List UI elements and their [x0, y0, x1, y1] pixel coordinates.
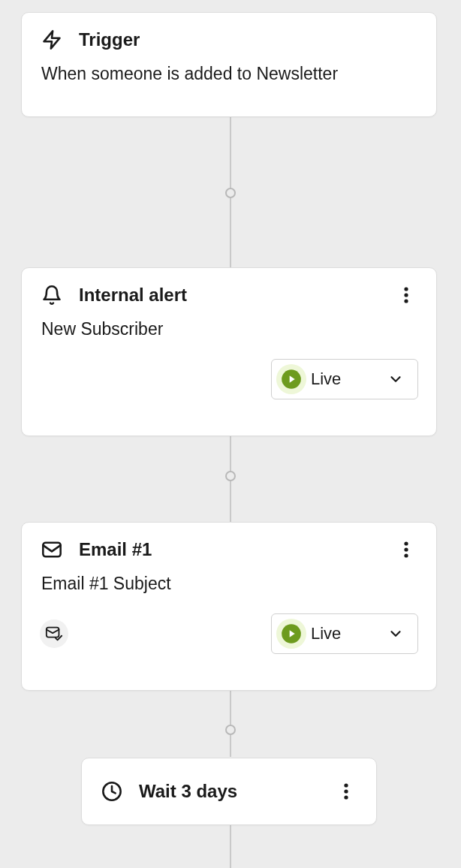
mail-check-icon — [40, 619, 68, 648]
email-1-title: Email #1 — [79, 539, 396, 560]
svg-point-2 — [404, 293, 408, 297]
connector-node — [225, 471, 236, 481]
mail-icon — [41, 541, 65, 559]
bolt-icon — [41, 29, 65, 50]
svg-point-14 — [344, 783, 348, 787]
email-1-status-dropdown[interactable]: Live — [271, 613, 418, 654]
svg-point-15 — [344, 789, 348, 793]
connector-node — [225, 725, 236, 735]
svg-point-1 — [404, 287, 408, 291]
bell-icon — [41, 285, 65, 306]
trigger-card[interactable]: Trigger When someone is added to Newslet… — [21, 12, 437, 117]
trigger-description: When someone is added to Newsletter — [22, 50, 436, 104]
email-1-description: Email #1 Subject — [22, 560, 436, 613]
wait-label: Wait 3 days — [139, 781, 319, 802]
svg-rect-6 — [43, 543, 60, 557]
connector-node — [225, 188, 236, 198]
connector-line — [230, 824, 231, 868]
email-1-card-menu-button[interactable] — [396, 539, 417, 560]
svg-point-8 — [404, 547, 408, 551]
play-icon — [281, 369, 302, 390]
connector-line — [230, 690, 231, 757]
internal-alert-title: Internal alert — [79, 285, 396, 306]
wait-card-menu-button[interactable] — [336, 781, 357, 802]
svg-marker-0 — [44, 31, 60, 48]
alert-status-label: Live — [311, 369, 378, 389]
svg-point-7 — [404, 541, 408, 545]
wait-card[interactable]: Wait 3 days — [81, 758, 377, 825]
trigger-title: Trigger — [79, 29, 417, 50]
alert-status-dropdown[interactable]: Live — [271, 359, 418, 399]
play-icon — [281, 623, 302, 644]
chevron-down-icon — [387, 625, 404, 642]
clock-icon — [101, 781, 122, 802]
svg-point-3 — [404, 299, 408, 303]
email-1-status-label: Live — [311, 624, 378, 643]
chevron-down-icon — [387, 371, 404, 387]
email-1-card[interactable]: Email #1 Email #1 Subject — [21, 522, 437, 691]
internal-alert-card[interactable]: Internal alert New Subscriber Liv — [21, 267, 437, 436]
svg-point-9 — [404, 553, 408, 557]
alert-card-menu-button[interactable] — [396, 285, 417, 306]
internal-alert-description: New Subscriber — [22, 306, 436, 359]
svg-point-16 — [344, 795, 348, 799]
automation-flow-canvas: Trigger When someone is added to Newslet… — [0, 0, 461, 868]
